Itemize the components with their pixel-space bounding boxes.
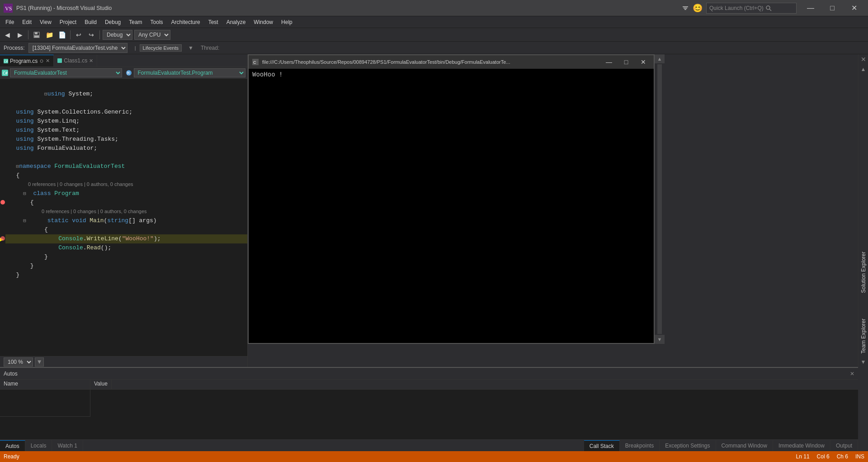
tab-locals[interactable]: Locals <box>25 440 52 451</box>
meta-content-2: 0 references | 0 changes | 0 authors, 0 … <box>5 207 151 216</box>
method-selector[interactable]: FormulaEvaluatorTest.Program <box>134 68 246 77</box>
app-icon: VS <box>4 4 13 13</box>
autos-title: Autos <box>4 371 18 377</box>
editor-tab-bar: C# Program.cs ✕ Class1.cs ✕ <box>0 54 247 67</box>
smiley-icon: 😊 <box>693 3 703 13</box>
toolbar-new-button[interactable]: 📄 <box>57 29 67 40</box>
svg-rect-9 <box>34 35 39 38</box>
maximize-button[interactable]: □ <box>822 0 843 16</box>
close-button[interactable]: ✕ <box>844 0 864 16</box>
solution-explorer-tab[interactable]: Solution Explorer <box>859 248 868 296</box>
bottom-tabs: Autos Locals Watch 1 Call Stack Breakpoi… <box>0 439 858 451</box>
side-panel-down-button[interactable]: ▼ <box>859 357 868 367</box>
collapse-btn[interactable]: ⊟ <box>44 91 47 97</box>
toolbar-save-button[interactable] <box>31 29 42 40</box>
zoom-dropdown[interactable]: 100 % <box>4 357 33 367</box>
toolbar-redo-button[interactable]: ↪ <box>86 29 97 40</box>
line-content <box>5 153 247 162</box>
menu-edit[interactable]: Edit <box>19 18 35 26</box>
debug-config-dropdown[interactable]: Debug <box>103 30 132 40</box>
tab-program-cs[interactable]: C# Program.cs ✕ <box>0 55 54 67</box>
line-gutter <box>0 271 5 280</box>
code-line: } <box>0 262 247 271</box>
tab-immediate-window[interactable]: Immediate Window <box>773 440 830 451</box>
toolbar-separator-1 <box>28 30 28 39</box>
svg-text:C: C <box>253 60 256 65</box>
menu-analyze[interactable]: Analyze <box>223 18 250 26</box>
console-minimize-button[interactable]: — <box>602 57 616 67</box>
menu-bar: File Edit View Project Build Debug Team … <box>0 16 868 28</box>
menu-project[interactable]: Project <box>56 18 80 26</box>
tab-pin-icon <box>39 59 44 63</box>
tab-class1-cs-close[interactable]: ✕ <box>89 58 93 64</box>
line-gutter <box>0 262 5 271</box>
menu-debug[interactable]: Debug <box>101 18 124 26</box>
side-panel-expand-button[interactable]: ▲ <box>859 64 868 74</box>
collapse-btn-class[interactable]: ⊟ <box>23 191 26 196</box>
zoom-reset-button[interactable]: ▼ <box>35 357 44 367</box>
line-gutter <box>0 252 5 262</box>
tab-autos[interactable]: Autos <box>0 440 25 451</box>
line-content: { <box>5 225 247 234</box>
code-line: { <box>0 198 247 207</box>
line-gutter <box>0 126 5 135</box>
menu-build[interactable]: Build <box>81 18 100 26</box>
autos-col-value: Value <box>90 380 112 389</box>
tab-class1-cs[interactable]: Class1.cs ✕ <box>54 55 97 67</box>
title-bar: VS PS1 (Running) - Microsoft Visual Stud… <box>0 0 868 16</box>
process-dropdown[interactable]: [13304] FormulaEvaluatorTest.vshe <box>28 43 127 53</box>
console-close-button[interactable]: ✕ <box>637 57 650 67</box>
console-scrollbar: ▲ ▼ <box>655 54 665 344</box>
tab-program-cs-close[interactable]: ✕ <box>46 58 50 64</box>
menu-test[interactable]: Test <box>205 18 222 26</box>
tab-command-window[interactable]: Command Window <box>716 440 773 451</box>
platform-dropdown[interactable]: Any CPU <box>134 30 170 40</box>
lifecycle-events-button[interactable]: Lifecycle Events <box>140 44 182 52</box>
scroll-down-button[interactable]: ▼ <box>655 335 665 344</box>
tab-program-cs-label: Program.cs <box>10 58 38 64</box>
menu-window[interactable]: Window <box>250 18 277 26</box>
project-selector[interactable]: FormulaEvaluatorTest <box>10 68 122 77</box>
side-panel-close-button[interactable]: ✕ <box>859 54 868 64</box>
toolbar-undo-button[interactable]: ↩ <box>73 29 84 40</box>
autos-content[interactable] <box>0 390 858 439</box>
code-line: ⊟ class Program <box>0 189 247 198</box>
menu-architecture[interactable]: Architecture <box>168 18 204 26</box>
svg-point-5 <box>766 6 770 10</box>
tab-class1-cs-label: Class1.cs <box>64 57 87 64</box>
autos-name-cell <box>0 390 90 417</box>
svg-text:VS: VS <box>5 5 12 12</box>
tab-call-stack[interactable]: Call Stack <box>584 440 620 451</box>
tab-breakpoints[interactable]: Breakpoints <box>620 440 660 451</box>
tab-watch-1[interactable]: Watch 1 <box>52 440 83 451</box>
code-editor[interactable]: ⊟using System; using System.Collections.… <box>0 79 247 356</box>
line-gutter <box>0 144 5 153</box>
team-explorer-tab[interactable]: Team Explorer <box>859 315 868 357</box>
toolbar-forward-button[interactable]: ▶ <box>14 29 25 40</box>
tab-output[interactable]: Output <box>830 440 858 451</box>
code-line: using System.Threading.Tasks; <box>0 135 247 144</box>
autos-close-button[interactable]: ✕ <box>850 371 854 377</box>
menu-team[interactable]: Team <box>125 18 146 26</box>
toolbar-open-button[interactable]: 📁 <box>44 29 55 40</box>
toolbar-back-button[interactable]: ◀ <box>2 29 13 40</box>
code-line: } <box>0 271 247 280</box>
menu-help[interactable]: Help <box>278 18 296 26</box>
console-maximize-button[interactable]: □ <box>619 57 633 67</box>
menu-file[interactable]: File <box>2 18 18 26</box>
scroll-up-button[interactable]: ▲ <box>655 54 665 63</box>
triangle-icon: ▼ <box>188 45 193 51</box>
autos-columns: Name Value <box>0 380 858 390</box>
tab-exception-settings[interactable]: Exception Settings <box>660 440 716 451</box>
menu-view[interactable]: View <box>36 18 55 26</box>
method-icon: M <box>126 70 132 76</box>
menu-tools[interactable]: Tools <box>147 18 167 26</box>
line-content: } <box>5 262 247 271</box>
minimize-button[interactable]: — <box>800 0 821 16</box>
quick-launch-box[interactable]: Quick Launch (Ctrl+Q) <box>706 3 797 14</box>
window-title: PS1 (Running) - Microsoft Visual Studio <box>16 5 675 11</box>
line-content: using System.Linq; <box>5 117 247 126</box>
collapse-btn-method[interactable]: ⊟ <box>23 218 26 224</box>
meta-content: 0 references | 0 changes | 0 authors, 0 … <box>5 180 137 189</box>
process-bar: Process: [13304] FormulaEvaluatorTest.vs… <box>0 42 868 54</box>
